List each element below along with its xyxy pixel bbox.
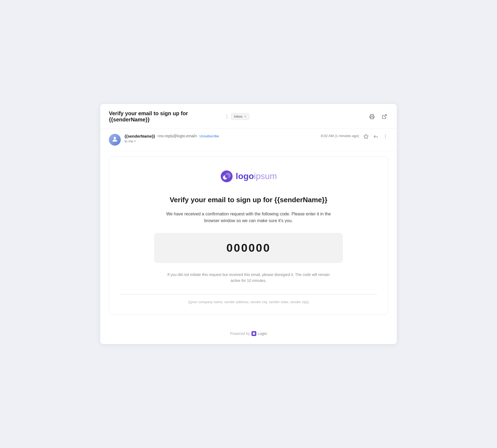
sender-actions (363, 134, 388, 139)
svg-point-5 (385, 136, 386, 137)
logto-brand-name: Logto (257, 331, 267, 336)
email-body: logoipsum Verify your email to sign up f… (100, 151, 397, 326)
more-options-button[interactable] (383, 134, 388, 139)
open-external-button[interactable] (381, 113, 388, 120)
svg-point-4 (385, 134, 386, 135)
reply-button[interactable] (373, 134, 378, 139)
timestamp: 8:02 AM (1 minutes ago) (321, 134, 359, 138)
email-content-card: logoipsum Verify your email to sign up f… (109, 157, 388, 315)
email-description: We have received a confirmation request … (165, 211, 332, 224)
header-icons (368, 113, 388, 120)
chevron-down-icon: ▾ (134, 139, 136, 143)
logto-brand: Logto (251, 331, 267, 336)
print-button[interactable] (368, 113, 376, 120)
logo-text: logoipsum (236, 171, 277, 181)
inbox-close-icon[interactable]: × (244, 115, 246, 118)
unsubscribe-link[interactable]: Unsubscribe (199, 134, 219, 138)
star-button[interactable] (363, 134, 369, 139)
powered-by-text: Powered by (230, 331, 250, 336)
svg-rect-0 (371, 117, 373, 119)
person-icon (111, 136, 118, 144)
email-title: Verify your email to sign up for {{sende… (120, 196, 377, 204)
svg-line-1 (384, 114, 386, 117)
svg-rect-12 (253, 332, 255, 335)
sender-name-row: {{senderName}} <no-reply@logto.email> Un… (125, 134, 321, 138)
send-icon: 〉 (226, 114, 228, 119)
svg-point-10 (225, 175, 228, 178)
logo-bold-part: logo (236, 171, 254, 181)
footer-address: {{your company name, sender address, sen… (120, 300, 377, 304)
avatar (109, 134, 121, 146)
sender-name: {{senderName}} (125, 134, 155, 138)
sender-row: {{senderName}} <no-reply@logto.email> Un… (100, 128, 397, 151)
logo-icon (220, 170, 233, 183)
inbox-label: Inbox (234, 114, 243, 118)
logo-light-part: ipsum (254, 171, 277, 181)
svg-marker-3 (364, 134, 368, 138)
svg-point-6 (385, 138, 386, 138)
svg-point-2 (114, 137, 116, 139)
inbox-tag[interactable]: Inbox × (231, 113, 249, 120)
logo-area: logoipsum (120, 170, 377, 183)
sender-email: <no-reply@logto.email> (157, 134, 197, 138)
to-me[interactable]: to me ▾ (125, 139, 321, 143)
email-divider (120, 294, 377, 295)
email-subject: Verify your email to sign up for {{sende… (109, 110, 221, 123)
code-box: 000000 (154, 233, 343, 263)
powered-by: Powered by Logto (100, 326, 397, 344)
email-header: Verify your email to sign up for {{sende… (100, 104, 397, 128)
sender-info: {{senderName}} <no-reply@logto.email> Un… (125, 134, 321, 143)
logto-icon (251, 331, 256, 336)
email-client-window: Verify your email to sign up for {{sende… (100, 104, 397, 344)
footer-note: If you did not initiate this request but… (165, 272, 332, 284)
verification-code: 000000 (226, 242, 271, 254)
